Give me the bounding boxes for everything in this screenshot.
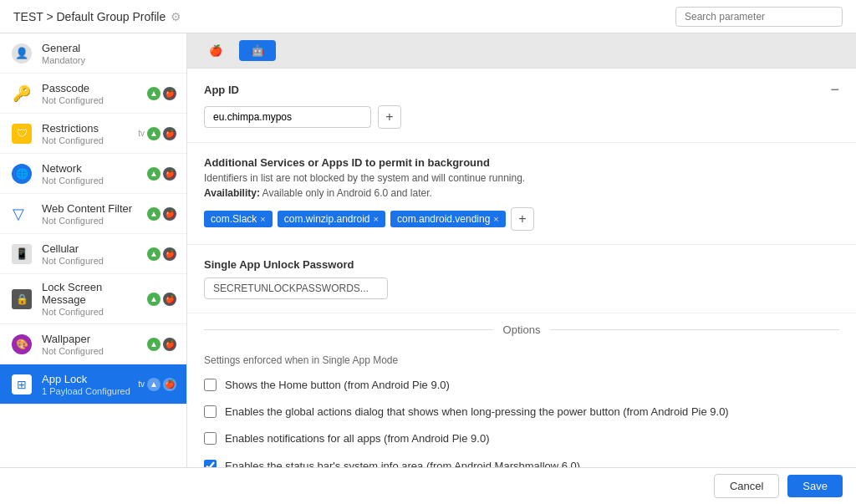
general-icon: 👤	[10, 42, 33, 65]
checkbox-home-label: Shows the Home button (from Android Pie …	[225, 378, 450, 393]
network-android-btn[interactable]: ▲	[147, 167, 160, 181]
appid-input-row: +	[204, 105, 839, 129]
cellular-label: Cellular	[42, 242, 144, 255]
sidebar-item-wallpaper[interactable]: 🎨 Wallpaper Not Configured ▲ 🍎	[0, 324, 186, 364]
tag-winzip: com.winzip.android ×	[278, 211, 385, 227]
restrictions-label: Restrictions	[42, 122, 135, 135]
checkbox-global-actions[interactable]	[204, 405, 217, 418]
checkbox-statusbar-label: Enables the status bar's system info are…	[225, 459, 580, 467]
sidebar-item-general[interactable]: 👤 General Mandatory	[0, 33, 186, 74]
main-layout: 👤 General Mandatory 🔑 Passcode Not Confi…	[0, 33, 856, 467]
save-button[interactable]: Save	[787, 475, 843, 497]
passcode-label: Passcode	[42, 82, 144, 94]
restrictions-android-btn[interactable]: ▲	[147, 127, 160, 140]
checkbox-notifications-label: Enables notifications for all apps (from…	[225, 431, 490, 446]
tab-bar: 🍎 🤖	[187, 33, 856, 69]
cellular-apple-btn[interactable]: 🍎	[163, 247, 176, 261]
options-label: Options	[503, 323, 541, 336]
tab-android[interactable]: 🤖	[239, 40, 276, 61]
tab-apple[interactable]: 🍎	[197, 40, 234, 61]
applock-apple-btn[interactable]: 🍎	[163, 378, 176, 391]
restrictions-apple-btn[interactable]: 🍎	[163, 127, 176, 140]
sidebar-item-lockscreen[interactable]: 🔒 Lock Screen Message Not Configured ▲ 🍎	[0, 274, 186, 324]
tag-vending-label: com.android.vending	[397, 213, 490, 225]
header: TEST > Default Group Profile ⚙	[0, 0, 856, 33]
network-apple-btn[interactable]: 🍎	[163, 167, 176, 181]
additional-services-section: Additional Services or Apps ID to permit…	[187, 143, 856, 245]
sidebar-item-passcode[interactable]: 🔑 Passcode Not Configured ▲ 🍎	[0, 74, 186, 114]
tag-vending: com.android.vending ×	[390, 211, 506, 227]
additional-title: Additional Services or Apps ID to permit…	[204, 156, 839, 169]
checkbox-home-button[interactable]	[204, 379, 217, 391]
checkbox-global-label: Enables the global actions dialog that s…	[225, 405, 729, 420]
tag-add-button[interactable]: +	[511, 207, 534, 231]
content-inner: App ID − + Additional Services or Apps I…	[187, 69, 856, 467]
applock-sublabel: 1 Payload Configured	[42, 386, 135, 396]
wcf-android-btn[interactable]: ▲	[147, 207, 160, 221]
gear-icon[interactable]: ⚙	[171, 10, 181, 23]
checkbox-row-home: Shows the Home button (from Android Pie …	[204, 378, 839, 393]
wallpaper-apple-btn[interactable]: 🍎	[163, 338, 176, 351]
network-sublabel: Not Configured	[42, 176, 144, 186]
password-section: Single App Unlock Password	[187, 245, 856, 313]
sidebar-item-cellular[interactable]: 📱 Cellular Not Configured ▲ 🍎	[0, 234, 186, 274]
passcode-apple-btn[interactable]: 🍎	[163, 87, 176, 100]
webcontentfilter-icon: ▽	[10, 202, 33, 226]
restrictions-tv-badge: tv	[138, 129, 145, 138]
availability-label: Availability:	[204, 187, 260, 199]
restrictions-sublabel: Not Configured	[42, 135, 135, 145]
settings-subtitle: Settings enforced when in Single App Mod…	[204, 354, 839, 366]
sidebar-item-webcontentfilter[interactable]: ▽ Web Content Filter Not Configured ▲ 🍎	[0, 194, 186, 234]
general-sublabel: Mandatory	[42, 55, 176, 65]
applock-label: App Lock	[42, 373, 135, 385]
appid-add-button[interactable]: +	[378, 105, 401, 129]
options-divider: Options	[187, 313, 856, 346]
passcode-icon: 🔑	[10, 82, 33, 105]
availability-value: Available only in Android 6.0 and later.	[262, 187, 432, 199]
tag-winzip-remove[interactable]: ×	[374, 214, 379, 224]
app-container: TEST > Default Group Profile ⚙ 👤 General…	[0, 0, 856, 504]
appid-section: App ID − +	[187, 69, 856, 143]
appid-collapse-button[interactable]: −	[830, 82, 839, 97]
applock-icon: ⊞	[10, 373, 33, 396]
general-label: General	[42, 42, 176, 54]
tag-slack-remove[interactable]: ×	[260, 214, 265, 224]
sidebar-item-network[interactable]: 🌐 Network Not Configured ▲ 🍎	[0, 154, 186, 194]
lockscreen-sublabel: Not Configured	[42, 307, 144, 317]
search-input[interactable]	[675, 7, 843, 27]
cellular-sublabel: Not Configured	[42, 256, 144, 266]
wallpaper-android-btn[interactable]: ▲	[147, 338, 160, 351]
checkbox-notifications[interactable]	[204, 432, 217, 445]
password-input[interactable]	[204, 277, 388, 299]
checkbox-status-bar[interactable]	[204, 460, 217, 467]
cancel-button[interactable]: Cancel	[714, 474, 779, 498]
tag-slack-label: com.Slack	[211, 213, 257, 225]
applock-tv-badge: tv	[138, 379, 145, 389]
passcode-android-btn[interactable]: ▲	[147, 87, 160, 100]
sidebar-item-restrictions[interactable]: 🛡 Restrictions Not Configured tv ▲ 🍎	[0, 114, 186, 154]
lockscreen-icon: 🔒	[10, 288, 33, 311]
checkbox-row-notifications: Enables notifications for all apps (from…	[204, 431, 839, 446]
footer: Cancel Save	[0, 467, 856, 504]
breadcrumb: TEST > Default Group Profile	[13, 10, 166, 23]
tag-vending-remove[interactable]: ×	[493, 214, 498, 224]
settings-section: Settings enforced when in Single App Mod…	[187, 346, 856, 467]
checkbox-row-global: Enables the global actions dialog that s…	[204, 405, 839, 420]
wcf-apple-btn[interactable]: 🍎	[163, 207, 176, 221]
additional-description: Identifiers in list are not blocked by t…	[204, 172, 839, 184]
checkbox-row-statusbar: Enables the status bar's system info are…	[204, 459, 839, 467]
lockscreen-android-btn[interactable]: ▲	[147, 293, 160, 306]
tag-slack: com.Slack ×	[204, 211, 273, 227]
availability-text: Availability: Available only in Android …	[204, 187, 839, 199]
webcontentfilter-label: Web Content Filter	[42, 202, 144, 215]
content-area: 🍎 🤖 App ID − + Additional	[187, 33, 856, 467]
appid-input[interactable]	[204, 106, 371, 128]
sidebar-item-applock[interactable]: ⊞ App Lock 1 Payload Configured tv ▲ 🍎	[0, 364, 186, 405]
password-title: Single App Unlock Password	[204, 258, 839, 271]
lockscreen-label: Lock Screen Message	[42, 281, 144, 306]
webcontentfilter-sublabel: Not Configured	[42, 216, 144, 226]
cellular-android-btn[interactable]: ▲	[147, 247, 160, 261]
applock-android-btn[interactable]: ▲	[147, 378, 160, 391]
lockscreen-apple-btn[interactable]: 🍎	[163, 293, 176, 306]
tags-row: com.Slack × com.winzip.android × com.and…	[204, 207, 839, 231]
